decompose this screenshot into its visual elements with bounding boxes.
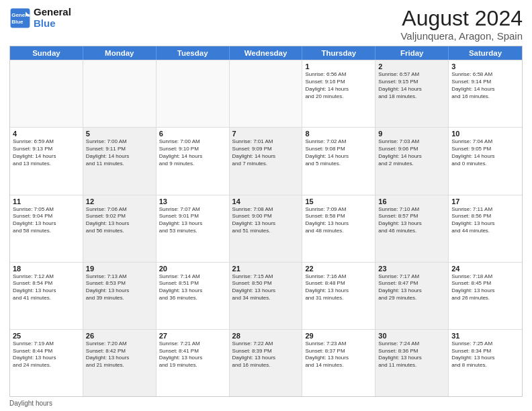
calendar-cell: 17Sunrise: 7:11 AM Sunset: 8:56 PM Dayli… xyxy=(449,195,522,262)
day-info: Sunrise: 7:17 AM Sunset: 8:47 PM Dayligh… xyxy=(378,273,445,302)
weekday-header-friday: Friday xyxy=(375,46,449,60)
calendar-cell: 6Sunrise: 7:00 AM Sunset: 9:10 PM Daylig… xyxy=(157,128,230,194)
day-number: 26 xyxy=(86,332,153,340)
calendar-cell: 11Sunrise: 7:05 AM Sunset: 9:04 PM Dayli… xyxy=(10,195,83,262)
day-info: Sunrise: 7:19 AM Sunset: 8:44 PM Dayligh… xyxy=(13,340,80,369)
day-info: Sunrise: 6:56 AM Sunset: 9:16 PM Dayligh… xyxy=(305,71,372,100)
weekday-header-tuesday: Tuesday xyxy=(157,46,230,60)
calendar-cell: 3Sunrise: 6:58 AM Sunset: 9:14 PM Daylig… xyxy=(449,60,522,127)
day-info: Sunrise: 7:01 AM Sunset: 9:09 PM Dayligh… xyxy=(232,138,300,167)
day-number: 8 xyxy=(305,130,372,138)
svg-text:Blue: Blue xyxy=(11,19,24,25)
logo: General Blue General Blue xyxy=(9,7,71,29)
day-number: 9 xyxy=(378,130,445,138)
header: General Blue General Blue August 2024 Va… xyxy=(9,7,523,42)
calendar-cell: 25Sunrise: 7:19 AM Sunset: 8:44 PM Dayli… xyxy=(10,330,83,396)
day-info: Sunrise: 7:00 AM Sunset: 9:11 PM Dayligh… xyxy=(86,138,153,167)
calendar-row-1: 4Sunrise: 6:59 AM Sunset: 9:13 PM Daylig… xyxy=(10,127,522,194)
day-info: Sunrise: 7:09 AM Sunset: 8:58 PM Dayligh… xyxy=(305,206,372,235)
calendar-cell: 28Sunrise: 7:22 AM Sunset: 8:39 PM Dayli… xyxy=(230,330,303,396)
day-info: Sunrise: 7:25 AM Sunset: 8:34 PM Dayligh… xyxy=(451,340,519,369)
day-info: Sunrise: 6:57 AM Sunset: 9:15 PM Dayligh… xyxy=(378,71,445,100)
logo-wordmark: General Blue xyxy=(34,7,71,29)
day-info: Sunrise: 7:12 AM Sunset: 8:54 PM Dayligh… xyxy=(13,273,80,302)
day-info: Sunrise: 7:02 AM Sunset: 9:08 PM Dayligh… xyxy=(305,138,372,167)
calendar-cell xyxy=(157,60,230,127)
title-block: August 2024 Valjunquera, Aragon, Spain xyxy=(400,7,523,42)
day-info: Sunrise: 7:20 AM Sunset: 8:42 PM Dayligh… xyxy=(86,340,153,369)
day-info: Sunrise: 7:06 AM Sunset: 9:02 PM Dayligh… xyxy=(86,206,153,235)
weekday-header-sunday: Sunday xyxy=(10,46,83,60)
day-info: Sunrise: 7:10 AM Sunset: 8:57 PM Dayligh… xyxy=(378,206,445,235)
day-number: 3 xyxy=(451,62,519,71)
day-number: 1 xyxy=(305,62,372,71)
day-info: Sunrise: 7:00 AM Sunset: 9:10 PM Dayligh… xyxy=(159,138,226,167)
day-info: Sunrise: 7:08 AM Sunset: 9:00 PM Dayligh… xyxy=(232,206,300,235)
day-info: Sunrise: 7:21 AM Sunset: 8:41 PM Dayligh… xyxy=(159,340,226,369)
day-number: 22 xyxy=(305,265,372,273)
day-number: 11 xyxy=(13,197,80,205)
calendar-cell: 23Sunrise: 7:17 AM Sunset: 8:47 PM Dayli… xyxy=(375,263,449,329)
page: General Blue General Blue August 2024 Va… xyxy=(0,0,532,411)
day-info: Sunrise: 7:07 AM Sunset: 9:01 PM Dayligh… xyxy=(159,206,226,235)
calendar-cell xyxy=(10,60,83,127)
day-number: 17 xyxy=(451,197,519,205)
calendar-cell: 7Sunrise: 7:01 AM Sunset: 9:09 PM Daylig… xyxy=(230,128,303,194)
calendar-row-3: 18Sunrise: 7:12 AM Sunset: 8:54 PM Dayli… xyxy=(10,262,522,329)
logo-icon: General Blue xyxy=(9,7,31,29)
calendar-cell: 19Sunrise: 7:13 AM Sunset: 8:53 PM Dayli… xyxy=(83,263,157,329)
day-number: 14 xyxy=(232,197,300,205)
day-info: Sunrise: 7:22 AM Sunset: 8:39 PM Dayligh… xyxy=(232,340,300,369)
calendar-cell: 18Sunrise: 7:12 AM Sunset: 8:54 PM Dayli… xyxy=(10,263,83,329)
calendar-subtitle: Valjunquera, Aragon, Spain xyxy=(400,30,523,42)
day-info: Sunrise: 6:59 AM Sunset: 9:13 PM Dayligh… xyxy=(13,138,80,167)
day-number: 29 xyxy=(305,332,372,340)
day-info: Sunrise: 6:58 AM Sunset: 9:14 PM Dayligh… xyxy=(451,71,519,100)
calendar-cell: 8Sunrise: 7:02 AM Sunset: 9:08 PM Daylig… xyxy=(302,128,375,194)
calendar-cell: 21Sunrise: 7:15 AM Sunset: 8:50 PM Dayli… xyxy=(230,263,303,329)
day-info: Sunrise: 7:14 AM Sunset: 8:51 PM Dayligh… xyxy=(159,273,226,302)
calendar-body: 1Sunrise: 6:56 AM Sunset: 9:16 PM Daylig… xyxy=(10,60,522,396)
calendar-cell: 27Sunrise: 7:21 AM Sunset: 8:41 PM Dayli… xyxy=(157,330,230,396)
calendar-cell xyxy=(83,60,157,127)
weekday-header-monday: Monday xyxy=(83,46,157,60)
day-number: 25 xyxy=(13,332,80,340)
calendar-cell: 2Sunrise: 6:57 AM Sunset: 9:15 PM Daylig… xyxy=(375,60,449,127)
day-number: 15 xyxy=(305,197,372,205)
calendar-cell: 1Sunrise: 6:56 AM Sunset: 9:16 PM Daylig… xyxy=(302,60,375,127)
weekday-header-wednesday: Wednesday xyxy=(230,46,303,60)
weekday-header-thursday: Thursday xyxy=(302,46,375,60)
day-number: 27 xyxy=(159,332,226,340)
day-info: Sunrise: 7:16 AM Sunset: 8:48 PM Dayligh… xyxy=(305,273,372,302)
calendar-cell xyxy=(230,60,303,127)
day-number: 28 xyxy=(232,332,300,340)
day-number: 2 xyxy=(378,62,445,71)
day-number: 31 xyxy=(451,332,519,340)
day-number: 20 xyxy=(159,265,226,273)
calendar-cell: 31Sunrise: 7:25 AM Sunset: 8:34 PM Dayli… xyxy=(449,330,522,396)
calendar-row-0: 1Sunrise: 6:56 AM Sunset: 9:16 PM Daylig… xyxy=(10,60,522,127)
calendar-cell: 12Sunrise: 7:06 AM Sunset: 9:02 PM Dayli… xyxy=(83,195,157,262)
calendar-cell: 22Sunrise: 7:16 AM Sunset: 8:48 PM Dayli… xyxy=(302,263,375,329)
footer: Daylight hours xyxy=(9,400,523,407)
day-number: 23 xyxy=(378,265,445,273)
calendar-cell: 24Sunrise: 7:18 AM Sunset: 8:45 PM Dayli… xyxy=(449,263,522,329)
calendar-cell: 4Sunrise: 6:59 AM Sunset: 9:13 PM Daylig… xyxy=(10,128,83,194)
calendar-cell: 15Sunrise: 7:09 AM Sunset: 8:58 PM Dayli… xyxy=(302,195,375,262)
calendar-header: SundayMondayTuesdayWednesdayThursdayFrid… xyxy=(10,46,522,60)
day-number: 5 xyxy=(86,130,153,138)
day-number: 24 xyxy=(451,265,519,273)
calendar-cell: 5Sunrise: 7:00 AM Sunset: 9:11 PM Daylig… xyxy=(83,128,157,194)
day-number: 13 xyxy=(159,197,226,205)
calendar-title: August 2024 xyxy=(400,7,523,30)
calendar-cell: 9Sunrise: 7:03 AM Sunset: 9:06 PM Daylig… xyxy=(375,128,449,194)
day-info: Sunrise: 7:15 AM Sunset: 8:50 PM Dayligh… xyxy=(232,273,300,302)
calendar-row-4: 25Sunrise: 7:19 AM Sunset: 8:44 PM Dayli… xyxy=(10,329,522,396)
day-info: Sunrise: 7:13 AM Sunset: 8:53 PM Dayligh… xyxy=(86,273,153,302)
day-info: Sunrise: 7:18 AM Sunset: 8:45 PM Dayligh… xyxy=(451,273,519,302)
calendar-cell: 30Sunrise: 7:24 AM Sunset: 8:36 PM Dayli… xyxy=(375,330,449,396)
day-number: 16 xyxy=(378,197,445,205)
day-number: 4 xyxy=(13,130,80,138)
day-number: 21 xyxy=(232,265,300,273)
day-number: 19 xyxy=(86,265,153,273)
